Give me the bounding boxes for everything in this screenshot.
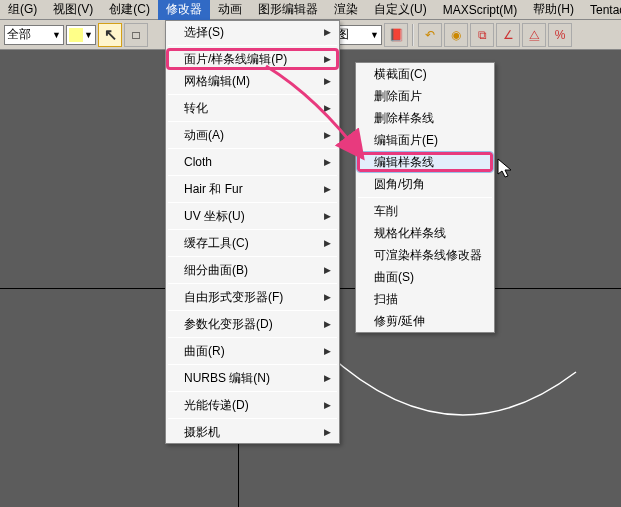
submenu-item[interactable]: 规格化样条线 bbox=[356, 222, 494, 244]
menu-separator bbox=[168, 175, 337, 176]
menu-separator bbox=[168, 148, 337, 149]
menu-item[interactable]: 参数化变形器(D) bbox=[166, 313, 339, 335]
menu-separator bbox=[168, 202, 337, 203]
submenu-item[interactable]: 编辑样条线 bbox=[356, 151, 494, 173]
menu-item[interactable]: 自由形式变形器(F) bbox=[166, 286, 339, 308]
menu-item[interactable]: 选择(S) bbox=[166, 21, 339, 43]
menu-item[interactable]: 光能传递(D) bbox=[166, 394, 339, 416]
menu-item[interactable]: Tentac bbox=[582, 1, 621, 19]
menu-separator bbox=[168, 310, 337, 311]
menu-separator bbox=[168, 391, 337, 392]
submenu-item-label: 编辑样条线 bbox=[374, 154, 434, 171]
menu-separator bbox=[358, 197, 492, 198]
menu-item-label: 细分曲面(B) bbox=[184, 262, 248, 279]
menu-item-label: 参数化变形器(D) bbox=[184, 316, 273, 333]
color-select[interactable]: ▼ bbox=[66, 25, 96, 45]
submenu-item-label: 编辑面片(E) bbox=[374, 132, 438, 149]
dropdown-icon: ▼ bbox=[84, 30, 93, 40]
modifier-menu: 选择(S)面片/样条线编辑(P)网格编辑(M)转化动画(A)ClothHair … bbox=[165, 20, 340, 444]
menu-item-label: UV 坐标(U) bbox=[184, 208, 245, 225]
angle-tool-button[interactable]: ∠ bbox=[496, 23, 520, 47]
menu-item[interactable]: MAXScript(M) bbox=[435, 1, 526, 19]
menu-item[interactable]: Hair 和 Fur bbox=[166, 178, 339, 200]
submenu-item-label: 规格化样条线 bbox=[374, 225, 446, 242]
menu-item[interactable]: Cloth bbox=[166, 151, 339, 173]
menu-separator bbox=[168, 418, 337, 419]
menu-item-label: 选择(S) bbox=[184, 24, 224, 41]
tool-icon: □ bbox=[132, 28, 139, 42]
percent-tool-button[interactable]: % bbox=[548, 23, 572, 47]
dropdown-icon: ▼ bbox=[370, 30, 379, 40]
sphere-icon: ◉ bbox=[451, 28, 461, 42]
undo-tool-button[interactable]: ↶ bbox=[418, 23, 442, 47]
submenu-item[interactable]: 横截面(C) bbox=[356, 63, 494, 85]
menu-item-label: 摄影机 bbox=[184, 424, 220, 441]
menu-item[interactable]: 缓存工具(C) bbox=[166, 232, 339, 254]
menu-item[interactable]: 网格编辑(M) bbox=[166, 70, 339, 92]
menu-item-label: 曲面(R) bbox=[184, 343, 225, 360]
tool-button[interactable]: □ bbox=[124, 23, 148, 47]
menu-item-label: Hair 和 Fur bbox=[184, 181, 243, 198]
submenu-item-label: 删除样条线 bbox=[374, 110, 434, 127]
book-icon: 📕 bbox=[389, 28, 404, 42]
submenu-item[interactable]: 曲面(S) bbox=[356, 266, 494, 288]
menu-separator bbox=[168, 364, 337, 365]
submenu-item[interactable]: 圆角/切角 bbox=[356, 173, 494, 195]
submenu-item-label: 修剪/延伸 bbox=[374, 313, 425, 330]
menu-item-label: 光能传递(D) bbox=[184, 397, 249, 414]
submenu-item[interactable]: 可渲染样条线修改器 bbox=[356, 244, 494, 266]
menu-item-label: 动画(A) bbox=[184, 127, 224, 144]
snap-icon: ⧋ bbox=[529, 28, 540, 42]
menu-item[interactable]: 摄影机 bbox=[166, 421, 339, 443]
submenu-item-label: 车削 bbox=[374, 203, 398, 220]
menu-item[interactable]: 图形编辑器 bbox=[250, 0, 326, 20]
submenu-item-label: 曲面(S) bbox=[374, 269, 414, 286]
angle-icon: ∠ bbox=[503, 28, 514, 42]
menu-item[interactable]: 帮助(H) bbox=[525, 0, 582, 20]
menu-item-label: 自由形式变形器(F) bbox=[184, 289, 283, 306]
menu-item[interactable]: NURBS 编辑(N) bbox=[166, 367, 339, 389]
dropdown-icon: ▼ bbox=[52, 30, 61, 40]
menu-item[interactable]: 视图(V) bbox=[45, 0, 101, 20]
submenu-item[interactable]: 车削 bbox=[356, 200, 494, 222]
menu-item[interactable]: 动画(A) bbox=[166, 124, 339, 146]
undo-icon: ↶ bbox=[425, 28, 435, 42]
menu-item[interactable]: 组(G) bbox=[0, 0, 45, 20]
submenu-item-label: 可渲染样条线修改器 bbox=[374, 247, 482, 264]
submenu-item[interactable]: 删除样条线 bbox=[356, 107, 494, 129]
separator bbox=[412, 24, 414, 46]
menu-item-label: 网格编辑(M) bbox=[184, 73, 250, 90]
submenu-item-label: 扫描 bbox=[374, 291, 398, 308]
menu-item[interactable]: 渲染 bbox=[326, 0, 366, 20]
submenu-item[interactable]: 编辑面片(E) bbox=[356, 129, 494, 151]
submenu-item-label: 横截面(C) bbox=[374, 66, 427, 83]
menu-item[interactable]: 面片/样条线编辑(P) bbox=[166, 48, 339, 70]
menu-separator bbox=[168, 94, 337, 95]
menu-item[interactable]: 转化 bbox=[166, 97, 339, 119]
filter-select[interactable]: 全部 ▼ bbox=[4, 25, 64, 45]
menu-item[interactable]: UV 坐标(U) bbox=[166, 205, 339, 227]
book-tool-button[interactable]: 📕 bbox=[384, 23, 408, 47]
menu-item[interactable]: 创建(C) bbox=[101, 0, 158, 20]
menu-item-label: 转化 bbox=[184, 100, 208, 117]
submenu-item[interactable]: 修剪/延伸 bbox=[356, 310, 494, 332]
spline-curve bbox=[321, 347, 581, 457]
link-tool-button[interactable]: ⧉ bbox=[470, 23, 494, 47]
submenu-item[interactable]: 扫描 bbox=[356, 288, 494, 310]
menu-item[interactable]: 动画 bbox=[210, 0, 250, 20]
link-icon: ⧉ bbox=[478, 28, 487, 42]
submenu-item-label: 圆角/切角 bbox=[374, 176, 425, 193]
sphere-tool-button[interactable]: ◉ bbox=[444, 23, 468, 47]
menu-separator bbox=[168, 283, 337, 284]
submenu-item[interactable]: 删除面片 bbox=[356, 85, 494, 107]
menu-item-label: 面片/样条线编辑(P) bbox=[184, 51, 287, 68]
menu-item[interactable]: 修改器 bbox=[158, 0, 210, 20]
menu-item[interactable]: 曲面(R) bbox=[166, 340, 339, 362]
snap-tool-button[interactable]: ⧋ bbox=[522, 23, 546, 47]
submenu-item-label: 删除面片 bbox=[374, 88, 422, 105]
menu-separator bbox=[168, 337, 337, 338]
percent-icon: % bbox=[555, 28, 566, 42]
select-tool-button[interactable]: ↖ bbox=[98, 23, 122, 47]
menu-item[interactable]: 自定义(U) bbox=[366, 0, 435, 20]
menu-item[interactable]: 细分曲面(B) bbox=[166, 259, 339, 281]
